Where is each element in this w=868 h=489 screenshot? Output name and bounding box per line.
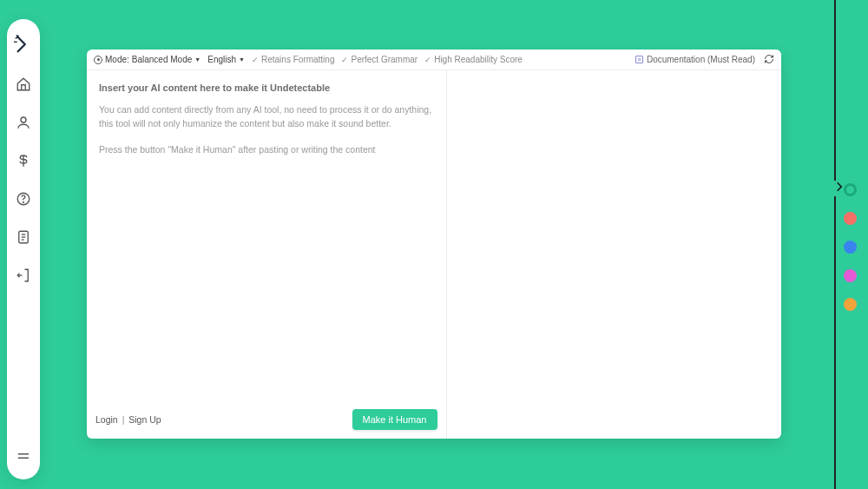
user-icon	[16, 115, 31, 134]
feature-formatting: ✓ Retains Formatting	[252, 55, 334, 64]
svg-point-5	[23, 202, 24, 202]
mode-selector[interactable]: Mode: Balanced Mode ▼	[94, 55, 201, 64]
output-pane	[447, 70, 782, 439]
question-icon	[16, 191, 31, 210]
document-icon	[16, 229, 31, 248]
theme-color-green[interactable]	[844, 183, 857, 196]
check-icon: ✓	[252, 56, 259, 64]
sidebar-item-document[interactable]	[10, 226, 36, 252]
sidebar	[7, 19, 40, 479]
menu-icon	[16, 448, 31, 467]
sidebar-item-home[interactable]	[10, 73, 36, 99]
documentation-link[interactable]: ≡ Documentation (Must Read)	[635, 55, 755, 64]
check-icon: ✓	[424, 56, 431, 64]
editor-title: Insert your AI content here to make it U…	[99, 83, 434, 93]
theme-color-blue[interactable]	[844, 241, 857, 254]
mode-label: Mode:	[105, 55, 129, 64]
theme-color-picker	[844, 183, 857, 311]
card-header: Mode: Balanced Mode ▼ English ▼ ✓ Retain…	[87, 50, 781, 70]
caret-down-icon: ▼	[194, 56, 201, 63]
logout-icon	[16, 268, 31, 287]
main-card: Mode: Balanced Mode ▼ English ▼ ✓ Retain…	[87, 50, 781, 439]
auth-links: Login | Sign Up	[95, 414, 161, 425]
sidebar-menu-toggle[interactable]	[10, 445, 36, 471]
target-icon	[94, 56, 102, 64]
language-selector[interactable]: English ▼	[207, 55, 245, 64]
editor-help-2: Press the button "Make it Human" after p…	[99, 143, 434, 157]
svg-point-3	[21, 117, 26, 122]
sidebar-nav	[10, 73, 36, 290]
input-footer: Login | Sign Up Make it Human	[95, 409, 437, 430]
sidebar-item-help[interactable]	[10, 188, 36, 214]
doc-icon: ≡	[635, 56, 643, 63]
dollar-icon	[16, 153, 31, 172]
sidebar-item-pricing[interactable]	[10, 149, 36, 175]
mode-value: Balanced Mode	[132, 55, 193, 64]
sidebar-item-logout[interactable]	[10, 264, 36, 290]
theme-color-red[interactable]	[844, 212, 857, 225]
caret-down-icon: ▼	[239, 56, 245, 63]
refresh-icon	[764, 56, 774, 66]
doc-link-label: Documentation (Must Read)	[647, 55, 755, 64]
make-human-button[interactable]: Make it Human	[352, 409, 437, 430]
theme-color-pink[interactable]	[844, 269, 857, 282]
theme-color-orange[interactable]	[844, 298, 857, 311]
input-pane[interactable]: Insert your AI content here to make it U…	[87, 70, 447, 439]
login-link[interactable]: Login	[95, 414, 118, 425]
check-icon: ✓	[341, 56, 348, 64]
language-value: English	[207, 55, 236, 64]
separator: |	[122, 414, 125, 425]
sidebar-item-profile[interactable]	[10, 111, 36, 137]
signup-link[interactable]: Sign Up	[128, 414, 161, 425]
right-border	[834, 0, 836, 489]
app-logo	[14, 35, 33, 54]
feature-readability: ✓ High Readability Score	[424, 55, 523, 64]
refresh-button[interactable]	[764, 54, 774, 66]
editor-help-1: You can add content directly from any AI…	[99, 103, 434, 131]
feature-grammar: ✓ Perfect Grammar	[341, 55, 418, 64]
home-icon	[16, 76, 31, 96]
